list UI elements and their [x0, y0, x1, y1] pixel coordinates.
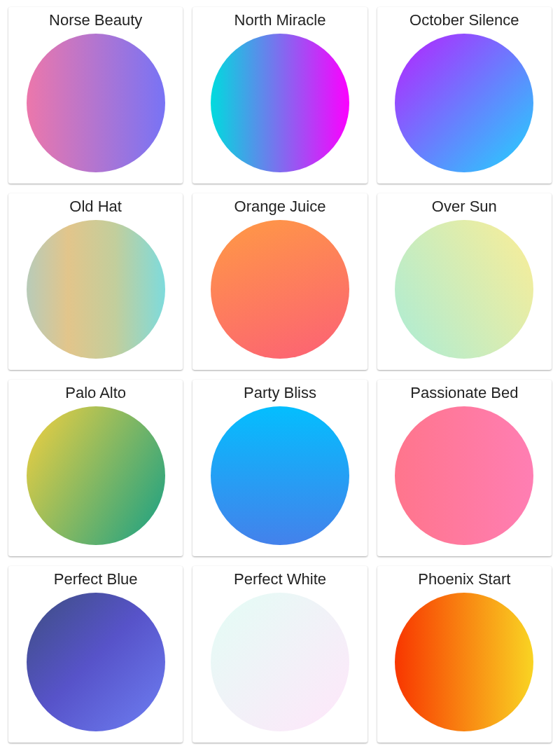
gradient-swatch [211, 220, 349, 359]
gradient-title: North Miracle [234, 11, 326, 29]
gradient-card-palo-alto[interactable]: Palo Alto [8, 380, 183, 556]
gradient-title: Over Sun [432, 198, 497, 216]
gradient-title: Passionate Bed [410, 384, 518, 402]
gradient-card-norse-beauty[interactable]: Norse Beauty [8, 7, 183, 184]
gradient-swatch [395, 34, 533, 172]
gradient-swatch [27, 34, 165, 172]
gradient-card-perfect-white[interactable]: Perfect White [192, 566, 367, 743]
gradient-title: Perfect White [234, 570, 326, 588]
gradient-card-perfect-blue[interactable]: Perfect Blue [8, 566, 183, 743]
gradient-title: Perfect Blue [54, 570, 138, 588]
gradient-card-old-hat[interactable]: Old Hat [8, 193, 183, 370]
gradient-title: Orange Juice [234, 198, 326, 216]
gradient-title: Party Bliss [244, 384, 316, 402]
gradient-card-over-sun[interactable]: Over Sun [377, 193, 552, 370]
gradient-swatch [27, 220, 165, 359]
gradient-swatch [211, 593, 349, 731]
gradient-card-north-miracle[interactable]: North Miracle [192, 7, 367, 184]
gradient-swatch [211, 34, 349, 172]
gradient-swatch [395, 593, 533, 731]
gradient-title: Norse Beauty [49, 11, 142, 29]
gradient-title: Phoenix Start [418, 570, 510, 588]
gradient-card-phoenix-start[interactable]: Phoenix Start [377, 566, 552, 743]
gradient-title: Palo Alto [65, 384, 126, 402]
gradient-title: Old Hat [69, 198, 122, 216]
gradient-swatch [395, 406, 533, 545]
gradient-card-passionate-bed[interactable]: Passionate Bed [377, 380, 552, 556]
gradient-title: October Silence [410, 11, 519, 29]
gradient-card-orange-juice[interactable]: Orange Juice [192, 193, 367, 370]
gradient-swatch [27, 406, 165, 545]
gradient-card-party-bliss[interactable]: Party Bliss [192, 380, 367, 556]
gradient-card-october-silence[interactable]: October Silence [377, 7, 552, 184]
gradient-swatch [211, 406, 349, 545]
gradient-swatch [395, 220, 533, 359]
gradient-swatch [27, 593, 165, 731]
